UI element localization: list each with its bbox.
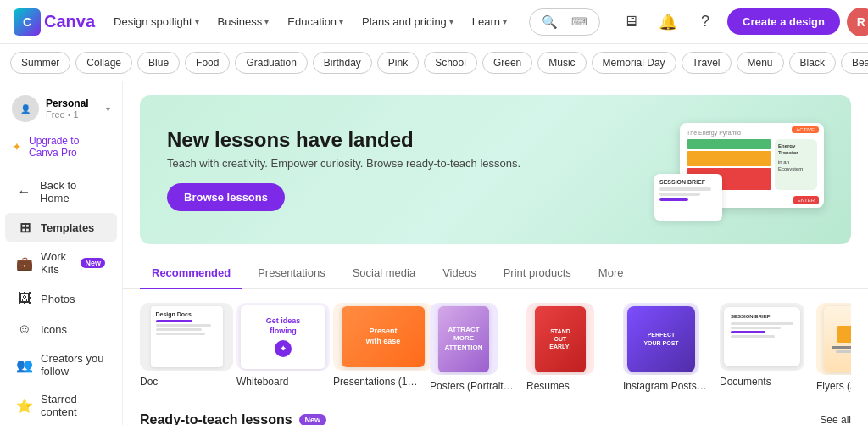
tabs-row: Recommended Presentations Social media V… <box>123 258 868 289</box>
sidebar-item-icons[interactable]: ☺ Icons <box>5 315 117 344</box>
sidebar-item-creators[interactable]: 👥 Creators you follow <box>5 345 117 384</box>
creators-icon: 👥 <box>17 357 32 372</box>
sidebar-item-back-home[interactable]: ← Back to Home <box>5 172 117 211</box>
photos-icon: 🖼 <box>17 291 32 306</box>
logo-text: Canva <box>44 12 95 31</box>
cat-birthday[interactable]: Birthday <box>313 52 372 74</box>
lessons-section: Ready-to-teach lessons New See all The L… <box>123 405 868 425</box>
sidebar-item-workkits[interactable]: 💼 Work Kits New <box>5 243 117 282</box>
cat-collage[interactable]: Collage <box>75 52 132 74</box>
template-whiteboard[interactable]: Get ideasflowing ✦ Whiteboard <box>236 303 321 392</box>
chevron-icon: ▾ <box>503 17 507 26</box>
nav-education[interactable]: Education ▾ <box>281 10 350 33</box>
template-doc[interactable]: Design Docs Doc <box>140 303 225 392</box>
sidebar-item-photos[interactable]: 🖼 Photos <box>5 284 117 313</box>
search-icon: 🔍 <box>542 14 558 30</box>
nav-business[interactable]: Business ▾ <box>211 10 276 33</box>
banner-illustration: The Energy Pyramid Energy Transfer in an… <box>654 119 824 221</box>
resumes-thumb: STANDOUTEARLY! <box>526 303 594 375</box>
main-layout: 👤 Personal Free • 1 ▾ ✦ Upgrade to Canva… <box>0 81 868 425</box>
profile-name: Personal <box>46 98 89 109</box>
tab-presentations[interactable]: Presentations <box>246 258 337 289</box>
nav-design-spotlight[interactable]: Design spotlight ▾ <box>107 10 206 33</box>
template-resumes[interactable]: STANDOUTEARLY! Resumes <box>526 303 611 392</box>
flyers-thumb <box>816 303 851 375</box>
monitor-icon-btn[interactable]: 🖥 <box>615 7 646 37</box>
cat-black[interactable]: Black <box>789 52 836 74</box>
tab-more[interactable]: More <box>587 258 636 289</box>
cat-beach[interactable]: Beach <box>841 52 868 74</box>
template-instagram[interactable]: PERFECTYOUR POST Instagram Posts (Square… <box>623 303 708 392</box>
template-doc-label: Doc <box>140 376 225 388</box>
template-instagram-label: Instagram Posts (Square) <box>623 380 708 392</box>
presentations-thumb: Presentwith ease <box>333 303 433 371</box>
sidebar-profile[interactable]: 👤 Personal Free • 1 ▾ <box>0 88 122 129</box>
cat-memorial[interactable]: Memorial Day <box>592 52 676 74</box>
cat-food[interactable]: Food <box>185 52 230 74</box>
banner-text: New lessons have landed Teach with creat… <box>167 128 654 211</box>
template-posters[interactable]: ATTRACTMOREATTENTION Posters (Portrait -… <box>430 303 515 392</box>
tab-print-products[interactable]: Print products <box>492 258 583 289</box>
banner-subtitle: Teach with creativity. Empower curiosity… <box>167 157 654 170</box>
bell-icon-btn[interactable]: 🔔 <box>653 7 683 37</box>
star-icon: ✦ <box>12 140 22 154</box>
cat-summer[interactable]: Summer <box>10 52 70 74</box>
tab-videos[interactable]: Videos <box>431 258 488 289</box>
template-whiteboard-label: Whiteboard <box>236 376 321 388</box>
nav-right: 🖥 🔔 ? Create a design R <box>615 7 868 37</box>
tab-recommended[interactable]: Recommended <box>140 258 242 289</box>
logo-icon: C <box>14 8 41 36</box>
new-badge: New <box>81 258 105 268</box>
cat-blue[interactable]: Blue <box>137 52 180 74</box>
banner-card-2: SESSION BRIEF <box>654 174 722 221</box>
posters-thumb: ATTRACTMOREATTENTION <box>430 303 498 375</box>
profile-avatar: 👤 <box>12 95 39 122</box>
cat-graduation[interactable]: Graduation <box>235 52 307 74</box>
see-all-button[interactable]: See all <box>820 414 851 425</box>
profile-plan: Free • 1 <box>46 109 89 120</box>
cat-pink[interactable]: Pink <box>377 52 419 74</box>
avatar[interactable]: R <box>847 8 868 36</box>
workkits-icon: 💼 <box>17 255 32 271</box>
template-flyers-label: Flyers (A4 2... <box>816 380 851 392</box>
top-nav: C Canva Design spotlight ▾ Business ▾ Ed… <box>0 0 868 44</box>
cat-menu[interactable]: Menu <box>737 52 784 74</box>
section-header: Ready-to-teach lessons New See all <box>140 412 851 425</box>
keyboard-icon: ⌨ <box>571 15 587 28</box>
sidebar-item-templates[interactable]: ⊞ Templates <box>5 213 117 242</box>
cat-school[interactable]: School <box>424 52 477 74</box>
template-resumes-label: Resumes <box>526 380 611 392</box>
banner-title: New lessons have landed <box>167 128 654 152</box>
nav-plans-pricing[interactable]: Plans and pricing ▾ <box>355 10 460 33</box>
upgrade-button[interactable]: ✦ Upgrade to Canva Pro <box>0 129 122 165</box>
cat-green[interactable]: Green <box>482 52 532 74</box>
template-documents[interactable]: SESSION BRIEF Documents <box>720 303 804 392</box>
cat-travel[interactable]: Travel <box>682 52 732 74</box>
banner: New lessons have landed Teach with creat… <box>140 95 851 244</box>
browse-lessons-button[interactable]: Browse lessons <box>167 183 285 211</box>
create-design-button[interactable]: Create a design <box>727 8 840 35</box>
cat-music[interactable]: Music <box>537 52 586 74</box>
template-flyers[interactable]: Flyers (A4 2... <box>816 303 851 392</box>
doc-thumb: Design Docs <box>140 303 233 371</box>
search-bar[interactable]: 🔍 ⌨ <box>529 8 600 36</box>
template-presentations[interactable]: Presentwith ease Presentations (16:9) <box>333 303 418 392</box>
nav-learn[interactable]: Learn ▾ <box>465 10 514 33</box>
back-icon: ← <box>17 184 31 199</box>
chevron-icon: ▾ <box>339 17 343 26</box>
lessons-new-badge: New <box>299 414 327 425</box>
templates-icon: ⊞ <box>17 220 32 235</box>
chevron-icon: ▾ <box>264 17 269 26</box>
icons-icon: ☺ <box>17 322 32 337</box>
chevron-icon: ▾ <box>195 17 199 26</box>
chevron-icon: ▾ <box>449 17 453 26</box>
category-bar: Summer Collage Blue Food Graduation Birt… <box>0 44 868 81</box>
star-icon: ⭐ <box>17 398 32 413</box>
sidebar-item-starred[interactable]: ⭐ Starred content <box>5 386 117 425</box>
template-posters-label: Posters (Portrait - 42 × 59... <box>430 380 515 392</box>
profile-chevron-icon: ▾ <box>106 104 110 114</box>
tab-social-media[interactable]: Social media <box>341 258 427 289</box>
canva-logo[interactable]: C Canva <box>14 8 95 36</box>
question-icon-btn[interactable]: ? <box>690 7 721 37</box>
template-presentations-label: Presentations (16:9) <box>333 376 418 388</box>
